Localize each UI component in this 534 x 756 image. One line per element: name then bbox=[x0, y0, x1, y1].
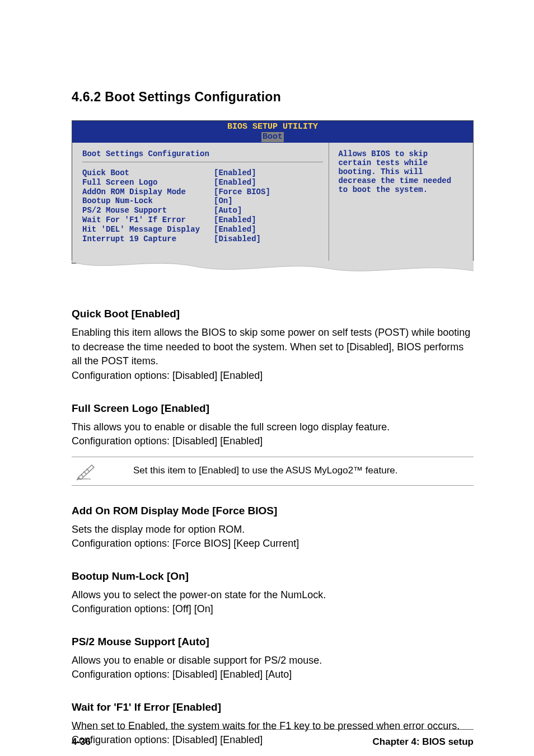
item-body: Sets the display mode for option ROM.Con… bbox=[72, 523, 474, 551]
item-heading: PS/2 Mouse Support [Auto] bbox=[72, 636, 474, 648]
bios-tab: Boot bbox=[261, 132, 284, 142]
section-heading: 4.6.2 Boot Settings Configuration bbox=[72, 90, 474, 105]
page-number: 4-36 bbox=[72, 736, 91, 748]
bios-settings-panel: Boot Settings Configuration Quick Boot[E… bbox=[72, 143, 329, 263]
bios-title: BIOS SETUP UTILITY bbox=[72, 122, 473, 132]
bios-panel-title: Boot Settings Configuration bbox=[82, 149, 323, 162]
item-heading: Quick Boot [Enabled] bbox=[72, 308, 474, 320]
bios-help-panel: Allows BIOS to skip certain tests while … bbox=[329, 143, 473, 263]
item-heading: Bootup Num-Lock [On] bbox=[72, 570, 474, 583]
item-body: Allows you to enable or disable support … bbox=[72, 654, 474, 682]
item-heading: Wait for 'F1' If Error [Enabled] bbox=[72, 701, 474, 713]
bios-header: BIOS SETUP UTILITY Boot bbox=[72, 121, 473, 143]
bios-row: Hit 'DEL' Message Display[Enabled] bbox=[82, 225, 323, 234]
chapter-title: Chapter 4: BIOS setup bbox=[373, 736, 474, 748]
item-body: This allows you to enable or disable the… bbox=[72, 420, 474, 449]
bios-row: AddOn ROM Display Mode[Force BIOS] bbox=[82, 187, 323, 197]
bios-row: Bootup Num-Lock[On] bbox=[82, 196, 323, 206]
pencil-icon bbox=[75, 461, 100, 481]
bios-torn-edge bbox=[72, 261, 474, 275]
note-text: Set this item to [Enabled] to use the AS… bbox=[133, 465, 398, 476]
page-footer: 4-36 Chapter 4: BIOS setup bbox=[72, 729, 474, 748]
bios-row: PS/2 Mouse Support[Auto] bbox=[82, 206, 323, 215]
bios-screenshot: BIOS SETUP UTILITY Boot Boot Settings Co… bbox=[72, 120, 474, 264]
bios-row: Interrupt 19 Capture[Disabled] bbox=[82, 234, 323, 244]
note-block: Set this item to [Enabled] to use the AS… bbox=[72, 457, 474, 486]
bios-row: Quick Boot[Enabled] bbox=[82, 168, 323, 178]
item-body: Allows you to select the power-on state … bbox=[72, 588, 474, 617]
item-heading: Full Screen Logo [Enabled] bbox=[72, 402, 474, 415]
bios-row: Wait For 'F1' If Error[Enabled] bbox=[82, 215, 323, 225]
item-body: Enabling this item allows the BIOS to sk… bbox=[72, 326, 474, 383]
bios-row: Full Screen Logo[Enabled] bbox=[82, 178, 323, 187]
item-heading: Add On ROM Display Mode [Force BIOS] bbox=[72, 505, 474, 517]
